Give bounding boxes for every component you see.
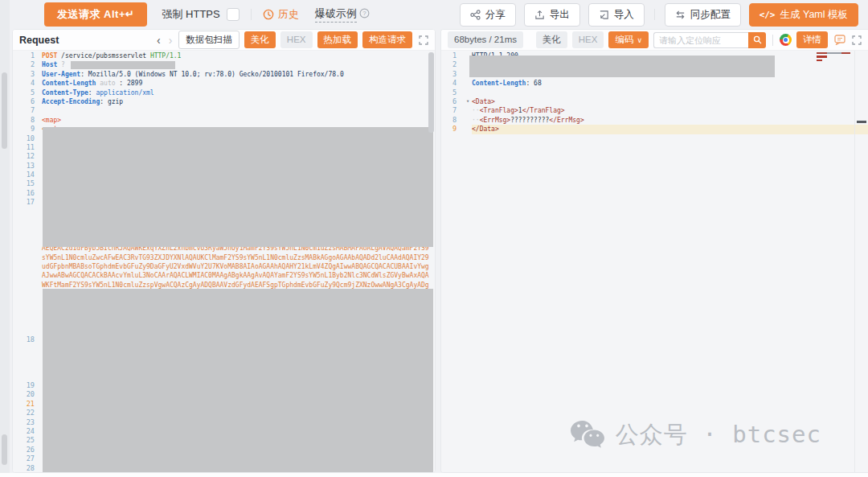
beautify-button[interactable]: 美化 [244, 31, 276, 48]
share-label: 分享 [485, 8, 506, 22]
top-toolbar: 发送请求 Alt+↵ 强制 HTTPS 历史 爆破示例 ? 分享 导出 导入 同… [10, 0, 868, 29]
chrome-icon[interactable] [780, 34, 792, 46]
response-editor[interactable]: 1HTTP/1.1 200234Content-Length: 6856▾<Da… [441, 51, 868, 472]
line-number [13, 308, 42, 317]
line-number: 19 [13, 381, 42, 390]
wechat-icon [569, 419, 606, 451]
hex-button[interactable]: HEX [280, 31, 313, 48]
history-button[interactable]: 历史 [263, 7, 299, 22]
redacted-inline [71, 61, 175, 69]
code-row[interactable]: 7 [13, 106, 435, 115]
fold-chevron-icon[interactable]: ▾ [464, 97, 472, 106]
generate-yaml-label: 生成 Yaml 模板 [780, 8, 849, 22]
response-fullscreen-icon[interactable] [852, 35, 862, 45]
line-number: 3 [13, 70, 42, 79]
code-row[interactable]: 9</Data> [441, 125, 868, 134]
code-row[interactable]: 8··<ErrMsg>??????????</ErrMsg> [441, 116, 868, 125]
line-number: 1 [441, 51, 464, 60]
fold-gutter [464, 116, 472, 125]
search-button[interactable] [748, 32, 766, 48]
line-number: 12 [13, 152, 42, 161]
export-button[interactable]: 导出 [524, 3, 580, 27]
response-beautify-button[interactable]: 美化 [536, 31, 567, 48]
chevron-down-icon: ∨ [637, 36, 642, 44]
code-row[interactable]: AJwwABwAGCQACACkBAAcvYmluL3NoCAArAQACLWM… [13, 271, 435, 280]
fold-gutter [464, 79, 472, 88]
encode-dropdown-button[interactable]: 编码∨ [608, 31, 649, 48]
line-number: 3 [441, 70, 464, 79]
code-row[interactable]: 5Content-Type: application/xml [13, 88, 435, 97]
line-number [13, 327, 42, 335]
code-row[interactable]: sYW5nL1N0cmluZwcAFwEAC3RvTG93ZXJDYXNlAQA… [13, 253, 435, 262]
line-number: 4 [441, 79, 464, 88]
response-hex-button[interactable]: HEX [572, 31, 604, 48]
code-row[interactable]: udGFpbnMBABsoTGphdmEvbGFuZy9DaGFyU2VxdWV… [13, 262, 435, 271]
minimap-scroll-thumb[interactable] [857, 121, 866, 123]
line-number: 5 [441, 88, 464, 97]
force-https-checkbox[interactable] [227, 8, 240, 21]
send-request-button[interactable]: 发送请求 Alt+↵ [44, 2, 147, 27]
line-number [13, 235, 42, 244]
detail-button[interactable]: 详情 [796, 31, 828, 48]
import-button[interactable]: 导入 [588, 3, 645, 27]
line-number: 8 [13, 116, 42, 125]
code-row[interactable]: 6Accept-Encoding: gzip [13, 97, 435, 106]
line-number [13, 262, 42, 271]
line-number: 16 [13, 189, 42, 198]
prev-request-button[interactable]: ‹ [155, 35, 162, 46]
editor-scrollbar-thumb[interactable] [428, 52, 434, 133]
line-number [13, 225, 42, 234]
construct-request-button[interactable]: 构造请求 [362, 31, 412, 48]
import-label: 导入 [614, 8, 634, 22]
request-editor[interactable]: 1POST /service/pubsmsservlet HTTP/1.12Ho… [13, 51, 435, 472]
response-panel: 68bytes / 21ms 美化 HEX 编码∨ 详情 1HTTP/1.1 2… [440, 29, 868, 473]
line-number: 8 [441, 116, 464, 125]
page-scrollbar-thumb[interactable] [2, 72, 7, 149]
page-scrollbar-track [0, 0, 10, 477]
line-number: 23 [13, 418, 42, 427]
search-input[interactable] [653, 32, 748, 48]
request-panel: Request ‹ › 数据包扫描 美化 HEX 热加载 构造请求 1POST … [12, 29, 436, 473]
code-row[interactable]: 5 [441, 88, 868, 97]
code-row[interactable]: 4Content-Length: 68 [441, 79, 868, 88]
blast-example-link[interactable]: 爆破示例 [315, 6, 357, 23]
line-number: 5 [13, 88, 42, 97]
line-number: 11 [13, 143, 42, 152]
history-label: 历史 [278, 7, 299, 22]
line-number: 9 [13, 125, 42, 134]
sync-config-button[interactable]: 同步配置 [665, 3, 741, 27]
code-row[interactable]: 1POST /service/pubsmsservlet HTTP/1.1 [13, 51, 435, 60]
next-request-button[interactable]: › [167, 35, 174, 46]
line-number: 13 [13, 162, 42, 171]
packet-scan-button[interactable]: 数据包扫描 [178, 31, 240, 49]
line-number: 24 [13, 427, 42, 436]
page-scrollbar-thumb-2[interactable] [2, 434, 7, 465]
line-number: 6 [441, 97, 464, 106]
line-number [13, 299, 42, 308]
toolbar-right-group: 分享 导出 导入 同步配置 </> 生成 Yaml 模板 [460, 3, 858, 27]
hot-reload-button[interactable]: 热加载 [317, 31, 358, 48]
line-number: 20 [13, 390, 42, 399]
code-row[interactable]: 3User-Agent: Mozilla/5.0 (Windows NT 10.… [13, 70, 435, 79]
code-row[interactable]: 4Content-Length auto : 2899 [13, 79, 435, 88]
share-button[interactable]: 分享 [460, 3, 516, 27]
redacted-region [43, 289, 433, 472]
line-number: 6 [13, 97, 42, 106]
help-icon[interactable]: ? [359, 8, 370, 21]
minimap[interactable] [854, 51, 868, 472]
line-number [13, 345, 42, 354]
page-bottom-strip [0, 473, 868, 477]
response-header-divider [772, 35, 773, 46]
code-row[interactable]: 6▾<Data> [441, 97, 868, 106]
code-row[interactable]: 2Host ? [13, 60, 435, 69]
search-icon [753, 35, 762, 44]
fullscreen-icon[interactable] [419, 35, 428, 45]
code-row[interactable]: 7··<TranFlag>1</TranFlag> [441, 106, 868, 115]
comment-icon[interactable] [834, 35, 845, 45]
panels-row: Request ‹ › 数据包扫描 美化 HEX 热加载 构造请求 1POST … [10, 29, 868, 473]
code-row[interactable]: 8<map> [13, 116, 435, 125]
request-header: Request ‹ › 数据包扫描 美化 HEX 热加载 构造请求 [13, 30, 435, 51]
generate-yaml-button[interactable]: </> 生成 Yaml 模板 [749, 3, 858, 27]
svg-text:?: ? [362, 10, 366, 17]
sync-icon [675, 10, 686, 20]
